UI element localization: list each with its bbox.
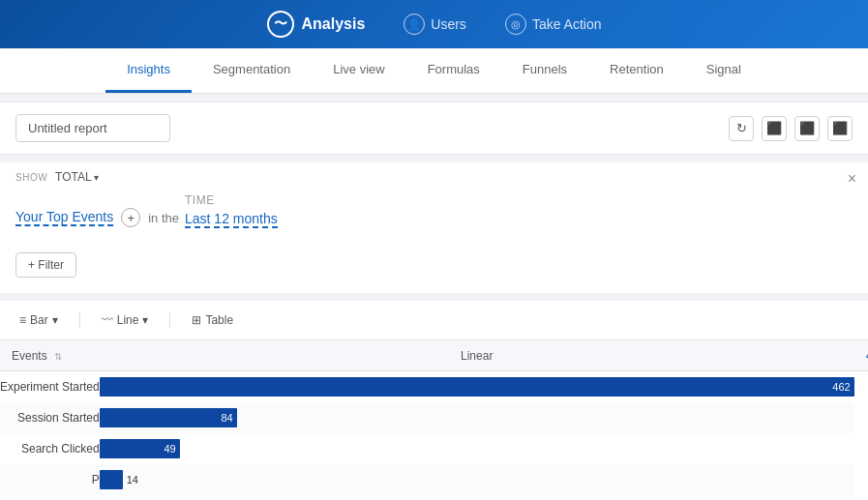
nav-users-label: Users (431, 16, 466, 32)
bar-chart-button[interactable]: ≡ Bar ▾ (14, 310, 64, 330)
toolbar-separator-2 (169, 312, 170, 328)
line-icon: 〰 (102, 313, 113, 327)
table-view-button[interactable]: ⊞ Table (186, 310, 239, 330)
time-range-link[interactable]: Last 12 months (185, 211, 278, 228)
line-label: Line (117, 313, 139, 327)
report-title-input[interactable] (15, 114, 170, 142)
bar-cell[interactable]: 14 (100, 464, 854, 495)
save-button[interactable]: ⬛ (762, 116, 787, 141)
query-section: × SHOW TOTAL ▾ Your Top Events + in the … (0, 162, 868, 293)
tab-signal[interactable]: Signal (685, 48, 763, 93)
logo-icon: 〜 (267, 11, 294, 38)
events-section-label (15, 193, 177, 204)
show-row: SHOW TOTAL ▾ (15, 170, 853, 184)
table-row: H 12 (0, 495, 868, 500)
bar-caret-icon: ▾ (52, 313, 58, 327)
bar-cell[interactable]: 12 (100, 495, 854, 500)
tab-retention[interactable]: Retention (588, 48, 685, 93)
in-the-label: in the (148, 211, 179, 225)
event-name: P (0, 464, 100, 495)
top-events-link[interactable]: Your Top Events (15, 209, 113, 226)
event-name: H (0, 495, 100, 500)
filter-button[interactable]: + Filter (15, 252, 76, 278)
table-row: Session Started 84 (0, 402, 868, 433)
data-table: Events ⇅ Linear 470 ⋮ Experiment Started… (0, 340, 868, 500)
refresh-button[interactable]: ↻ (729, 116, 754, 141)
chart-section: ≡ Bar ▾ 〰 Line ▾ ⊞ Table Events ⇅ Linear… (0, 301, 868, 500)
col-linear: Linear (100, 340, 854, 371)
total-label: TOTAL (55, 170, 92, 184)
events-row: Your Top Events + in the (15, 208, 179, 227)
take-action-icon: ◎ (505, 14, 526, 35)
line-chart-button[interactable]: 〰 Line ▾ (96, 310, 155, 330)
table-icon: ⊞ (192, 313, 201, 327)
show-label: SHOW (15, 172, 47, 183)
total-dropdown[interactable]: TOTAL ▾ (55, 170, 99, 184)
line-caret-icon: ▾ (142, 313, 148, 327)
table-row: P 14 (0, 464, 868, 495)
bar-icon: ≡ (19, 313, 26, 327)
tab-segmentation[interactable]: Segmentation (192, 48, 312, 93)
tab-funnels[interactable]: Funnels (501, 48, 588, 93)
nav-logo[interactable]: 〜 Analysis (267, 11, 366, 38)
report-section: ↻ ⬛ ⬛ ⬛ (0, 102, 868, 155)
bar-value-inside: 462 (832, 381, 850, 393)
chart-toolbar: ≡ Bar ▾ 〰 Line ▾ ⊞ Table (0, 301, 868, 340)
users-icon: 👤 (404, 14, 425, 35)
table-row: Search Clicked 49 (0, 433, 868, 464)
logo-label: Analysis (302, 15, 366, 33)
report-actions: ↻ ⬛ ⬛ ⬛ (729, 116, 853, 141)
table-header: Events ⇅ Linear 470 ⋮ (0, 340, 868, 371)
nav-take-action-label: Take Action (532, 16, 602, 32)
nav-take-action[interactable]: ◎ Take Action (505, 14, 602, 35)
share-button[interactable]: ⬛ (827, 116, 853, 141)
bar-value-outside: 14 (127, 474, 138, 485)
toolbar-separator-1 (79, 312, 80, 328)
event-name: Search Clicked (0, 433, 100, 464)
bar-label: Bar (30, 313, 48, 327)
top-nav: 〜 Analysis 👤 Users ◎ Take Action (0, 0, 868, 48)
table-label: Table (205, 313, 233, 327)
sub-nav: Insights Segmentation Live view Formulas… (0, 48, 868, 94)
time-label: TIME (185, 193, 278, 207)
col-value: 470 (854, 340, 868, 371)
tab-insights[interactable]: Insights (105, 48, 192, 93)
col-events: Events ⇅ (0, 340, 100, 371)
event-name: Experiment Started (0, 371, 100, 403)
caret-icon: ▾ (94, 172, 99, 183)
bar-value-inside: 49 (164, 443, 175, 455)
tab-liveview[interactable]: Live view (312, 48, 405, 93)
event-name: Session Started (0, 402, 100, 433)
table-row: Experiment Started 462 (0, 371, 868, 403)
bar-cell[interactable]: 49 (100, 433, 854, 464)
bar-value-inside: 84 (221, 412, 232, 424)
add-event-button[interactable]: + (121, 208, 140, 227)
tab-formulas[interactable]: Formulas (406, 48, 501, 93)
sort-icon[interactable]: ⇅ (54, 351, 62, 362)
nav-users[interactable]: 👤 Users (404, 14, 466, 35)
export-button[interactable]: ⬛ (794, 116, 820, 141)
bar-cell[interactable]: 84 (100, 402, 854, 433)
bar-cell[interactable]: 462 (100, 371, 854, 403)
report-header: ↻ ⬛ ⬛ ⬛ (15, 114, 853, 142)
close-button[interactable]: × (848, 170, 856, 188)
